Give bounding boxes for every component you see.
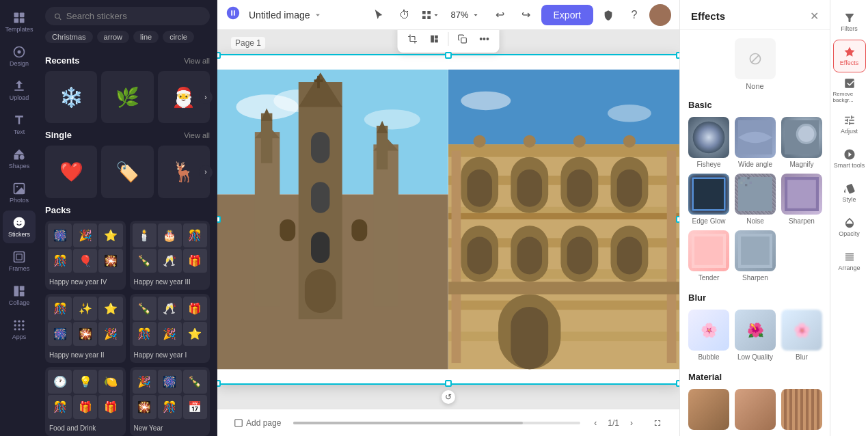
user-avatar[interactable]: [649, 4, 671, 26]
canvas-frame[interactable]: •••: [217, 55, 679, 383]
zoom-control[interactable]: 87%: [446, 7, 485, 23]
sidebar-item-stickers[interactable]: Stickers: [3, 210, 36, 243]
effect-thumb-magnify: [781, 117, 822, 158]
rtool-filters[interactable]: Filters: [833, 5, 866, 38]
effect-magnify[interactable]: Magnify: [781, 117, 822, 168]
effect-lowquality[interactable]: 🌺 Low Quality: [735, 310, 776, 361]
pack-food-drink[interactable]: 🕐 💡 🍋 🎊 🎁 🎁 Food and Drink: [45, 367, 126, 436]
svg-rect-28: [427, 11, 431, 14]
svg-rect-100: [692, 177, 726, 211]
pack-name-iii: Happy new year III: [130, 275, 211, 290]
more-btn[interactable]: •••: [475, 30, 494, 49]
effect-sharpen[interactable]: Sharpen: [781, 174, 822, 225]
canvas-workspace[interactable]: Page 1 •••: [217, 30, 679, 409]
effect-edgeglow[interactable]: Edge Glow: [688, 174, 729, 225]
search-input[interactable]: [66, 11, 202, 21]
effect-material3[interactable]: [781, 389, 822, 433]
sidebar-item-apps[interactable]: Apps: [3, 313, 36, 346]
effect-tender[interactable]: Tender: [688, 230, 729, 282]
scrollbar-track[interactable]: [293, 422, 580, 424]
effect-thumb-bubble: 🌸: [688, 310, 729, 351]
sticker-snowflake[interactable]: ❄️: [45, 71, 97, 123]
add-page-btn[interactable]: Add page: [228, 415, 286, 431]
help-tool[interactable]: ?: [623, 4, 645, 26]
page-next[interactable]: ›: [623, 415, 640, 431]
sticker-holly[interactable]: 🌿: [101, 71, 153, 123]
rtool-effects[interactable]: Effects: [833, 40, 866, 72]
sidebar-item-collage[interactable]: Collage: [3, 279, 36, 312]
single-nav-next[interactable]: ›: [199, 165, 213, 179]
sidebar-item-shapes[interactable]: Shapes: [3, 142, 36, 175]
packs-header: Packs: [45, 205, 210, 215]
effect-fisheye[interactable]: Fisheye: [688, 117, 729, 168]
main-area: Untitled image ⏱ 87% ↩ ↪ Export ?: [217, 0, 679, 436]
effect-sharpen2[interactable]: Sharpen: [735, 230, 776, 282]
pack-grid: 🎆 🎉 ⭐ 🎊 🎈 🎇 Happy new year IV 🕯️ 🎂 🎊 🍾 🥂: [45, 221, 210, 436]
crop-btn[interactable]: [403, 30, 422, 49]
svg-rect-76: [617, 169, 642, 207]
pack-happy-new-year-iii[interactable]: 🕯️ 🎂 🎊 🍾 🥂 🎁 Happy new year III: [130, 221, 211, 290]
pack-new-year[interactable]: 🎉 🎆 🍾 🎇 🎊 📅 New Year: [130, 367, 211, 436]
svg-point-86: [474, 135, 486, 148]
pack-happy-new-year-ii[interactable]: 🎊 ✨ ⭐ 🎆 🎇 🎉 Happy new year II: [45, 294, 126, 363]
page-label: Page 1: [231, 37, 265, 49]
recents-nav-next[interactable]: ›: [199, 90, 213, 104]
document-title[interactable]: Untitled image: [249, 10, 323, 21]
single-view-all[interactable]: View all: [184, 131, 210, 139]
sidebar-item-photos[interactable]: Photos: [3, 176, 36, 209]
svg-rect-105: [747, 177, 749, 179]
duplicate-btn[interactable]: [453, 30, 472, 49]
rtool-style[interactable]: Style: [833, 176, 866, 209]
timer-tool[interactable]: ⏱: [394, 4, 416, 26]
sidebar-item-upload[interactable]: Upload: [3, 74, 36, 107]
pack-happy-new-year-i[interactable]: 🍾 🥂 🎁 🎊 🎉 ⭐ Happy new year I: [130, 294, 211, 363]
scrollbar-thumb[interactable]: [293, 422, 523, 424]
rtool-adjust[interactable]: Adjust: [833, 108, 866, 141]
effect-blur[interactable]: 🌸 Blur: [781, 310, 822, 361]
svg-rect-81: [467, 237, 492, 275]
search-bar[interactable]: [45, 7, 210, 25]
fullscreen-btn[interactable]: [647, 412, 668, 434]
rtool-remove-bg[interactable]: Remove backgr...: [833, 74, 866, 107]
undo-tool[interactable]: ↩: [489, 4, 511, 26]
layout-btn[interactable]: [425, 30, 444, 49]
tag-christmas[interactable]: Christmas: [45, 31, 93, 43]
svg-point-18: [14, 321, 16, 323]
sticker-heart[interactable]: ❤️: [45, 146, 97, 197]
recents-view-all[interactable]: View all: [184, 57, 210, 65]
rotate-handle[interactable]: ↺: [442, 390, 455, 404]
export-button[interactable]: Export: [541, 5, 593, 25]
pack-happy-new-year-iv[interactable]: 🎆 🎉 ⭐ 🎊 🎈 🎇 Happy new year IV: [45, 221, 126, 290]
svg-point-19: [18, 321, 20, 323]
tag-list: Christmas arrow line circle: [38, 31, 217, 49]
effect-name-wideangle: Wide angle: [738, 161, 772, 168]
rtool-opacity[interactable]: Opacity: [833, 210, 866, 243]
tag-line[interactable]: line: [133, 31, 159, 43]
recents-grid: ❄️ 🌿 🎅 ›: [45, 71, 210, 123]
shield-tool[interactable]: [597, 4, 619, 26]
grid-tool[interactable]: [420, 4, 442, 26]
effect-none[interactable]: None: [688, 38, 822, 90]
sidebar-item-text[interactable]: Text: [3, 108, 36, 141]
effect-material1[interactable]: [688, 389, 729, 433]
tag-circle[interactable]: circle: [163, 31, 194, 43]
effect-material2[interactable]: [735, 389, 776, 433]
svg-rect-110: [787, 180, 816, 208]
effect-name-magnify: Magnify: [789, 161, 813, 168]
redo-tool[interactable]: ↪: [515, 4, 537, 26]
svg-rect-103: [738, 177, 740, 179]
effects-close-btn[interactable]: ✕: [810, 10, 819, 23]
rtool-arrange[interactable]: Arrange: [833, 245, 866, 277]
effect-bubble[interactable]: 🌸 Bubble: [688, 310, 729, 361]
cursor-tool[interactable]: [368, 4, 390, 26]
sidebar-item-frames[interactable]: Frames: [3, 245, 36, 277]
effect-noise[interactable]: Noise: [735, 174, 776, 225]
page-prev[interactable]: ‹: [587, 415, 603, 431]
sidebar-item-templates[interactable]: Templates: [3, 5, 36, 38]
sticker-sale[interactable]: 🏷️: [101, 146, 153, 197]
tag-arrow[interactable]: arrow: [97, 31, 130, 43]
sidebar-item-design[interactable]: Design: [3, 40, 36, 72]
none-box[interactable]: [735, 38, 776, 79]
rtool-smart-tools[interactable]: Smart tools: [833, 142, 866, 175]
effect-wideangle[interactable]: Wide angle: [735, 117, 776, 168]
